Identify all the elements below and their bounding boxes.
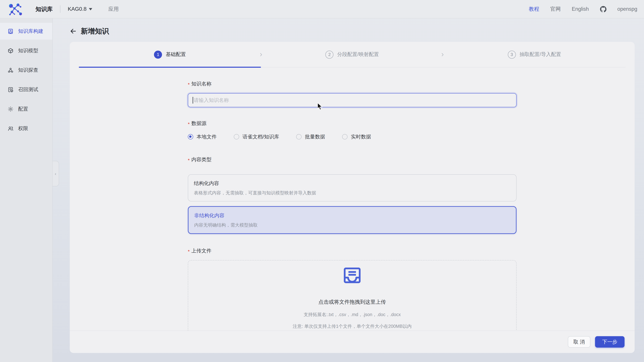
required-mark: * <box>188 158 190 163</box>
chevron-down-icon <box>89 8 92 10</box>
content-type-field-label: * 内容类型 <box>188 157 516 162</box>
step-label: 抽取配置/导入配置 <box>520 51 561 58</box>
kb-build-icon <box>8 28 14 34</box>
card-description: 表格形式内容，无需抽取，可直接与知识模型映射并导入数据 <box>194 190 510 196</box>
graph-icon <box>8 67 14 73</box>
radio-local-file[interactable]: 本地文件 <box>188 134 217 140</box>
topbar-divider <box>60 5 60 13</box>
step-number: 3 <box>508 50 516 58</box>
step-label: 分段配置/映射配置 <box>337 51 379 58</box>
name-field-label: * 知识名称 <box>188 81 516 86</box>
knowledge-name-placeholder: 请输入知识名称 <box>194 97 229 103</box>
sidebar-item-label: 知识库构建 <box>18 28 43 34</box>
sidebar-item-permissions[interactable]: 权限 <box>0 120 52 137</box>
data-source-radio-group: 本地文件 语雀文档/知识库 批量数据 实时数据 <box>188 134 516 139</box>
sidebar-item-label: 权限 <box>18 125 28 132</box>
brand-title: 知识库 <box>36 5 53 13</box>
content-type-card-unstructured[interactable]: 非结构化内容 内容无明确结构，需大模型抽取 <box>188 206 516 234</box>
radio-realtime-data[interactable]: 实时数据 <box>342 134 371 140</box>
required-mark: * <box>188 82 190 87</box>
sidebar-item-kb-model[interactable]: 知识模型 <box>0 42 52 59</box>
step-separator-icon: › <box>441 50 444 59</box>
radio-batch-data[interactable]: 批量数据 <box>296 134 325 140</box>
sidebar-item-kb-explore[interactable]: 知识探查 <box>0 62 52 78</box>
next-step-button[interactable]: 下一步 <box>595 336 624 348</box>
app-root: 知识库 KAG0.8 应用 教程 官网 English openspg <box>0 0 644 362</box>
page-title: 新增知识 <box>81 26 109 36</box>
radio-label: 实时数据 <box>351 134 371 140</box>
radio-icon <box>234 134 239 139</box>
radio-yuque-doc[interactable]: 语雀文档/知识库 <box>234 134 279 140</box>
content-type-card-structured[interactable]: 结构化内容 表格形式内容，无需抽取，可直接与知识模型映射并导入数据 <box>188 174 516 201</box>
card-description: 内容无明确结构，需大模型抽取 <box>194 222 510 228</box>
website-link[interactable]: 官网 <box>550 5 561 12</box>
language-switch[interactable]: English <box>572 6 589 12</box>
upload-hint: 点击或将文件拖拽到这里上传 <box>188 299 516 306</box>
main-area: 新增知识 1 基础配置 2 分段配置/映射配置 3 抽取配置/导入配置 › › <box>53 18 644 362</box>
step-label: 基础配置 <box>166 51 186 58</box>
tutorial-link[interactable]: 教程 <box>529 5 539 12</box>
stepper: 1 基础配置 2 分段配置/映射配置 3 抽取配置/导入配置 › › <box>79 42 626 67</box>
cube-icon <box>8 48 14 53</box>
step-segment-mapping-config[interactable]: 2 分段配置/映射配置 <box>261 42 444 67</box>
sidebar-item-settings[interactable]: 配置 <box>0 100 52 117</box>
file-upload-dropzone[interactable]: 点击或将文件拖拽到这里上传 支持拓展名:.txt，.csv，.md，.json，… <box>188 260 516 331</box>
workspace-selector[interactable]: KAG0.8 <box>68 6 92 12</box>
workspace-selector-label: KAG0.8 <box>68 6 86 12</box>
radio-label: 语雀文档/知识库 <box>242 134 279 140</box>
page-header: 新增知识 <box>53 18 644 36</box>
card-title: 结构化内容 <box>194 180 510 187</box>
radio-icon <box>342 134 348 139</box>
upload-field-label: * 上传文件 <box>188 248 516 253</box>
sidebar: 知识库构建 知识模型 知识探查 <box>0 18 53 362</box>
step-number: 2 <box>326 50 334 58</box>
radio-icon <box>296 134 302 139</box>
source-field-label: * 数据源 <box>188 121 516 126</box>
step-separator-icon: › <box>260 50 262 59</box>
sidebar-item-kb-build[interactable]: 知识库构建 <box>0 23 52 39</box>
openspg-logo-icon <box>8 2 23 16</box>
card-title: 非结构化内容 <box>194 213 510 219</box>
top-bar: 知识库 KAG0.8 应用 教程 官网 English openspg <box>0 0 644 18</box>
sidebar-collapse-handle[interactable]: ‹ <box>52 161 59 186</box>
form-body: * 知识名称 请输入知识名称 * 数据源 本地文件 <box>70 67 634 331</box>
doc-check-icon <box>8 87 14 92</box>
cancel-button[interactable]: 取 消 <box>568 336 590 348</box>
radio-label: 批量数据 <box>305 134 325 140</box>
step-extract-import-config[interactable]: 3 抽取配置/导入配置 <box>443 42 626 67</box>
required-mark: * <box>188 249 190 254</box>
inbox-upload-icon <box>343 268 361 283</box>
required-mark: * <box>188 122 190 126</box>
back-arrow-icon[interactable] <box>70 28 76 34</box>
wizard-card: 1 基础配置 2 分段配置/映射配置 3 抽取配置/导入配置 › › <box>70 42 634 353</box>
step-basic-config[interactable]: 1 基础配置 <box>79 42 261 67</box>
knowledge-name-input[interactable]: 请输入知识名称 <box>188 93 516 107</box>
nav-item-apps[interactable]: 应用 <box>108 5 119 12</box>
step-number: 1 <box>154 50 162 58</box>
sidebar-item-label: 召回测试 <box>18 86 38 93</box>
upload-extensions: 支持拓展名:.txt，.csv，.md，.json，.doc，.docx <box>188 312 516 318</box>
text-caret <box>192 97 193 104</box>
wizard-footer: 取 消 下一步 <box>70 331 634 353</box>
users-icon <box>8 125 14 131</box>
sidebar-item-label: 知识模型 <box>18 47 38 54</box>
sidebar-item-recall-test[interactable]: 召回测试 <box>0 81 52 98</box>
sidebar-item-label: 配置 <box>18 106 28 112</box>
github-icon[interactable] <box>600 6 606 12</box>
github-repo-link[interactable]: openspg <box>617 6 637 12</box>
gear-icon <box>8 106 14 112</box>
sidebar-item-label: 知识探查 <box>18 67 38 73</box>
radio-label: 本地文件 <box>196 134 217 140</box>
radio-icon <box>188 134 193 139</box>
upload-note: 注意: 单次仅支持上传1个文件，单个文件大小在200MB以内 <box>188 324 516 330</box>
